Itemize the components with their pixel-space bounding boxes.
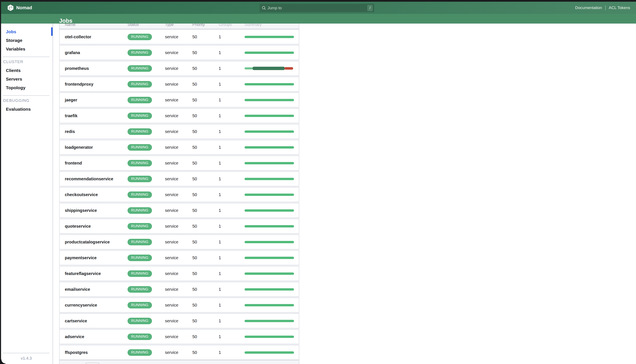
nomad-ui-screen: Nomad / DocumentationACL Tokens Jobs Job… bbox=[0, 0, 636, 364]
job-type: service bbox=[165, 208, 192, 213]
summary-bar bbox=[244, 241, 294, 243]
job-priority: 50 bbox=[192, 240, 219, 244]
sidebar-item-clients[interactable]: Clients bbox=[0, 66, 52, 75]
jobs-table: otel-collector RUNNING service 50 1 graf… bbox=[59, 29, 299, 361]
job-priority: 50 bbox=[192, 303, 219, 308]
status-badge: RUNNING bbox=[128, 286, 152, 293]
table-row[interactable]: currencyservice RUNNING service 50 1 bbox=[59, 298, 299, 313]
sidebar-section: CLUSTER ClientsServersTopology bbox=[0, 56, 52, 92]
job-name: grafana bbox=[65, 50, 128, 55]
top-link-documentation[interactable]: Documentation bbox=[575, 6, 602, 10]
table-row[interactable]: frontendproxy RUNNING service 50 1 bbox=[59, 76, 299, 92]
job-priority: 50 bbox=[192, 82, 219, 87]
table-row[interactable]: adservice RUNNING service 50 1 bbox=[59, 329, 299, 344]
table-row[interactable]: redis RUNNING service 50 1 bbox=[59, 124, 299, 139]
table-row[interactable]: frontend RUNNING service 50 1 bbox=[59, 156, 299, 171]
job-groups: 1 bbox=[219, 66, 244, 71]
summary-bar bbox=[244, 257, 294, 259]
job-name: ffspostgres bbox=[65, 350, 128, 355]
job-priority: 50 bbox=[192, 50, 219, 55]
page-title: Jobs bbox=[59, 18, 72, 24]
page-size-select[interactable] bbox=[86, 363, 99, 364]
nomad-logo-icon bbox=[7, 4, 14, 11]
status-badge: RUNNING bbox=[128, 128, 152, 135]
job-type: service bbox=[165, 303, 192, 308]
jump-to-search[interactable]: / bbox=[260, 4, 374, 12]
job-name: paymentservice bbox=[65, 256, 128, 260]
table-row[interactable]: loadgenerator RUNNING service 50 1 bbox=[59, 140, 299, 155]
sidebar-divider bbox=[3, 56, 50, 57]
summary-segment bbox=[244, 99, 294, 101]
job-groups: 1 bbox=[219, 161, 244, 166]
job-type: service bbox=[165, 176, 192, 181]
job-groups: 1 bbox=[219, 34, 244, 39]
summary-bar bbox=[244, 320, 294, 322]
job-priority: 50 bbox=[192, 224, 219, 229]
job-groups: 1 bbox=[219, 256, 244, 260]
job-name: shippingservice bbox=[65, 208, 128, 213]
job-name: recommendationservice bbox=[65, 176, 128, 181]
summary-bar bbox=[244, 130, 294, 133]
table-row[interactable]: checkoutservice RUNNING service 50 1 bbox=[59, 187, 299, 202]
job-name: prometheus bbox=[65, 66, 128, 71]
table-row[interactable]: grafana RUNNING service 50 1 bbox=[59, 45, 299, 60]
summary-bar bbox=[244, 194, 294, 196]
sidebar-item-storage[interactable]: Storage bbox=[0, 36, 52, 44]
job-name: productcatalogservice bbox=[65, 240, 128, 244]
job-type: service bbox=[165, 129, 192, 134]
sidebar-item-evaluations[interactable]: Evaluations bbox=[0, 105, 52, 114]
job-groups: 1 bbox=[219, 303, 244, 308]
job-name: quoteservice bbox=[65, 224, 128, 229]
summary-bar bbox=[244, 304, 294, 306]
job-priority: 50 bbox=[192, 34, 219, 39]
table-row[interactable]: paymentservice RUNNING service 50 1 bbox=[59, 250, 299, 265]
version-label: v1.4.3 bbox=[0, 353, 52, 364]
table-row[interactable]: quoteservice RUNNING service 50 1 bbox=[59, 218, 299, 234]
table-row[interactable]: emailservice RUNNING service 50 1 bbox=[59, 282, 299, 297]
search-input[interactable] bbox=[260, 4, 374, 12]
summary-segment bbox=[244, 67, 253, 70]
table-row[interactable]: traefik RUNNING service 50 1 bbox=[59, 108, 299, 123]
job-priority: 50 bbox=[192, 350, 219, 355]
summary-segment bbox=[244, 130, 294, 133]
summary-segment bbox=[244, 194, 294, 196]
summary-segment bbox=[252, 67, 285, 70]
job-priority: 50 bbox=[192, 114, 219, 118]
table-row[interactable]: ffspostgres RUNNING service 50 1 bbox=[59, 345, 299, 360]
summary-segment bbox=[244, 162, 294, 164]
job-priority: 50 bbox=[192, 129, 219, 134]
table-row[interactable]: otel-collector RUNNING service 50 1 bbox=[59, 29, 299, 44]
table-row[interactable]: cartservice RUNNING service 50 1 bbox=[59, 313, 299, 328]
table-row[interactable]: featureflagservice RUNNING service 50 1 bbox=[59, 266, 299, 281]
job-groups: 1 bbox=[219, 192, 244, 197]
nomad-logo[interactable]: Nomad bbox=[7, 2, 32, 14]
job-type: service bbox=[165, 350, 192, 355]
job-type: service bbox=[165, 318, 192, 324]
summary-segment bbox=[244, 272, 294, 275]
job-name: adservice bbox=[65, 334, 128, 339]
sidebar-item-jobs[interactable]: Jobs bbox=[0, 27, 52, 36]
job-groups: 1 bbox=[219, 145, 244, 150]
sidebar-footer: v1.4.3 bbox=[0, 350, 52, 364]
job-name: featureflagservice bbox=[65, 271, 128, 276]
sidebar-item-topology[interactable]: Topology bbox=[0, 83, 52, 92]
table-row[interactable]: productcatalogservice RUNNING service 50… bbox=[59, 234, 299, 250]
summary-bar bbox=[244, 209, 294, 212]
job-groups: 1 bbox=[219, 240, 244, 244]
table-row[interactable]: shippingservice RUNNING service 50 1 bbox=[59, 203, 299, 218]
table-row[interactable]: recommendationservice RUNNING service 50… bbox=[59, 171, 299, 186]
job-priority: 50 bbox=[192, 271, 219, 276]
summary-segment bbox=[244, 288, 294, 290]
sidebar-item-servers[interactable]: Servers bbox=[0, 75, 52, 83]
summary-segment bbox=[244, 115, 294, 117]
table-row[interactable]: prometheus RUNNING service 50 1 bbox=[59, 61, 299, 76]
sidebar-item-variables[interactable]: Variables bbox=[0, 44, 52, 53]
top-link-acl-tokens[interactable]: ACL Tokens bbox=[609, 6, 630, 10]
table-row[interactable]: jaeger RUNNING service 50 1 bbox=[59, 92, 299, 108]
job-name: emailservice bbox=[65, 287, 128, 292]
summary-segment bbox=[244, 36, 294, 38]
job-name: frontendproxy bbox=[65, 82, 128, 87]
window-top-edge bbox=[0, 0, 636, 2]
status-badge: RUNNING bbox=[128, 160, 152, 166]
status-badge: RUNNING bbox=[128, 50, 152, 56]
